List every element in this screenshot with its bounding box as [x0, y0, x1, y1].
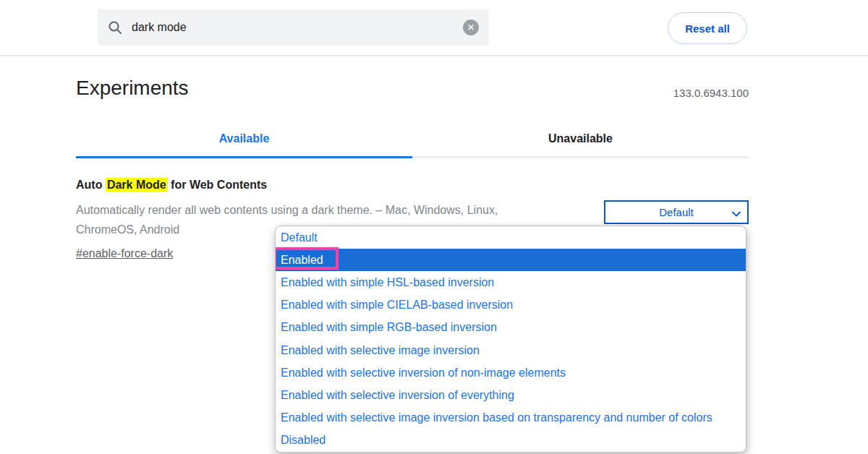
dropdown-option[interactable]: Default	[276, 226, 746, 249]
search-input[interactable]	[132, 21, 463, 34]
reset-all-button[interactable]: Reset all	[668, 12, 747, 44]
search-icon	[108, 20, 122, 35]
tab-available[interactable]: Available	[76, 125, 412, 158]
dropdown-option[interactable]: Disabled	[276, 429, 746, 452]
flag-select[interactable]: Default	[604, 200, 749, 224]
flag-title: Auto Dark Mode for Web Contents	[76, 177, 749, 193]
tab-strip: Available Unavailable	[76, 125, 749, 158]
page-title: Experiments	[76, 74, 189, 102]
search-box: ✕	[98, 9, 489, 46]
chevron-down-icon	[731, 209, 741, 219]
dropdown-option-selected[interactable]: Enabled	[276, 249, 746, 271]
dropdown-option[interactable]: Enabled with simple HSL-based inversion	[276, 271, 746, 294]
flag-title-prefix: Auto	[76, 179, 106, 191]
page-header: ✕ Reset all	[0, 0, 868, 56]
dropdown-option[interactable]: Enabled with selective inversion of non-…	[276, 361, 746, 384]
clear-search-icon[interactable]: ✕	[463, 20, 479, 35]
flag-title-suffix: for Web Contents	[168, 179, 267, 191]
flag-select-value: Default	[659, 206, 694, 218]
flag-permalink[interactable]: #enable-force-dark	[76, 247, 173, 260]
dropdown-option[interactable]: Enabled with simple CIELAB-based inversi…	[276, 294, 746, 317]
title-row: Experiments 133.0.6943.100	[76, 74, 749, 102]
version-label: 133.0.6943.100	[673, 87, 749, 102]
chrome-flags-page: { "header": { "search_value": "dark mode…	[0, 0, 868, 454]
flag-title-highlight: Dark Mode	[106, 178, 168, 192]
select-dropdown-popup: Default Enabled Enabled with simple HSL-…	[275, 226, 746, 453]
dropdown-option[interactable]: Enabled with simple RGB-based inversion	[276, 317, 746, 339]
dropdown-option[interactable]: Enabled with selective image inversion	[276, 339, 746, 361]
tab-unavailable[interactable]: Unavailable	[412, 125, 749, 158]
dropdown-option[interactable]: Enabled with selective image inversion b…	[276, 407, 746, 429]
dropdown-option[interactable]: Enabled with selective inversion of ever…	[276, 384, 746, 406]
